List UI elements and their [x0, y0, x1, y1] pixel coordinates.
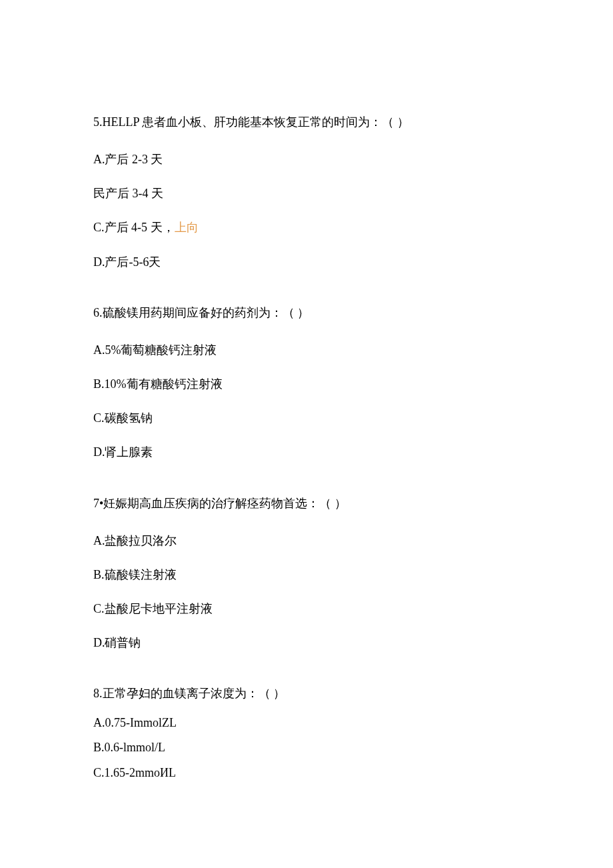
question-option: D.硝普钠	[93, 635, 520, 651]
question-option: D.肾上腺素	[93, 444, 520, 461]
highlight-text: 上向	[175, 221, 199, 234]
question-option: A.盐酸拉贝洛尔	[93, 533, 520, 549]
question-stem: 8.正常孕妇的血镁离子浓度为：（ ）	[93, 685, 520, 703]
question-stem: 5.HELLP 患者血小板、肝功能基本恢复正常的时间为：（ ）	[93, 113, 520, 131]
question-option: C.产后 4-5 天，上向	[93, 219, 520, 236]
question-option: B.0.6-lmmol/L	[93, 739, 520, 756]
question-option: A.产后 2-3 天	[93, 151, 520, 168]
question-option: B.10%葡有糖酸钙注射液	[93, 376, 520, 393]
question-option: 民产后 3-4 天	[93, 185, 520, 202]
question-6: 6.硫酸镁用药期间应备好的药剂为：（ ） A.5%葡萄糖酸钙注射液 B.10%葡…	[93, 304, 520, 461]
question-7: 7•妊娠期高血压疾病的治疗解痉药物首选：（ ） A.盐酸拉贝洛尔 B.硫酸镁注射…	[93, 495, 520, 652]
question-option: D.产后-5-6天	[93, 254, 520, 271]
question-option: C.碳酸氢钠	[93, 410, 520, 427]
question-stem: 6.硫酸镁用药期间应备好的药剂为：（ ）	[93, 304, 520, 322]
question-option: A.5%葡萄糖酸钙注射液	[93, 342, 520, 359]
question-option: C.1.65-2mmoИL	[93, 765, 520, 781]
question-stem: 7•妊娠期高血压疾病的治疗解痉药物首选：（ ）	[93, 495, 520, 513]
question-option: B.硫酸镁注射液	[93, 567, 520, 583]
question-option: A.0.75-ImmolZL	[93, 715, 520, 731]
question-5: 5.HELLP 患者血小板、肝功能基本恢复正常的时间为：（ ） A.产后 2-3…	[93, 113, 520, 271]
question-option: C.盐酸尼卡地平注射液	[93, 601, 520, 617]
question-8: 8.正常孕妇的血镁离子浓度为：（ ） A.0.75-ImmolZL B.0.6-…	[93, 685, 520, 781]
